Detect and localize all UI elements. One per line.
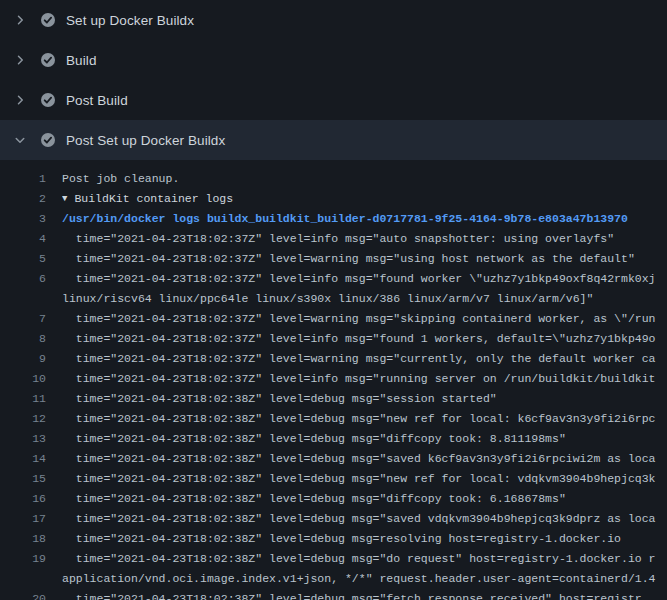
log-line: 8 time="2021-04-23T18:02:37Z" level=info… — [0, 329, 667, 349]
log-text: time="2021-04-23T18:02:38Z" level=debug … — [62, 489, 667, 509]
log-line: 5 time="2021-04-23T18:02:37Z" level=warn… — [0, 249, 667, 269]
log-text: application/vnd.oci.image.index.v1+json,… — [62, 569, 667, 589]
log-text: time="2021-04-23T18:02:38Z" level=debug … — [62, 529, 667, 549]
chevron-right-icon — [12, 92, 28, 108]
log-line-number[interactable]: 1 — [0, 169, 46, 189]
log-lines: 1Post job cleanup.2▼BuildKit container l… — [0, 160, 667, 600]
log-line-number[interactable]: 7 — [0, 309, 46, 329]
log-line: 13 time="2021-04-23T18:02:38Z" level=deb… — [0, 429, 667, 449]
log-line: 18 time="2021-04-23T18:02:38Z" level=deb… — [0, 529, 667, 549]
log-line: linux/riscv64 linux/ppc64le linux/s390x … — [0, 289, 667, 309]
log-line-number[interactable]: 13 — [0, 429, 46, 449]
log-line-number[interactable]: 5 — [0, 249, 46, 269]
log-text: time="2021-04-23T18:02:37Z" level=warnin… — [62, 249, 667, 269]
log-text: time="2021-04-23T18:02:37Z" level=warnin… — [62, 349, 667, 369]
group-expander-icon[interactable]: ▼ — [62, 189, 67, 209]
check-circle-icon — [40, 92, 56, 108]
log-line: 16 time="2021-04-23T18:02:38Z" level=deb… — [0, 489, 667, 509]
log-line-number[interactable]: 4 — [0, 229, 46, 249]
log-text: time="2021-04-23T18:02:38Z" level=debug … — [62, 449, 667, 469]
log-line-number[interactable]: 18 — [0, 529, 46, 549]
log-line-number[interactable]: 2 — [0, 189, 46, 209]
section-header-post-build[interactable]: Post Build — [0, 80, 667, 120]
log-text: time="2021-04-23T18:02:38Z" level=debug … — [62, 409, 667, 429]
chevron-right-icon — [12, 12, 28, 28]
log-line-number[interactable]: 3 — [0, 209, 46, 229]
log-text: time="2021-04-23T18:02:38Z" level=debug … — [62, 509, 667, 529]
log-line-number[interactable]: 14 — [0, 449, 46, 469]
log-line-number[interactable]: 6 — [0, 269, 46, 289]
workflow-log-viewer: Set up Docker Buildx Build Post Build Po… — [0, 0, 667, 600]
log-line: 3/usr/bin/docker logs buildx_buildkit_bu… — [0, 209, 667, 229]
section-label: Post Build — [66, 93, 128, 108]
check-circle-icon — [40, 52, 56, 68]
log-line: 1Post job cleanup. — [0, 169, 667, 189]
section-label: Post Set up Docker Buildx — [66, 133, 225, 148]
log-line: 9 time="2021-04-23T18:02:37Z" level=warn… — [0, 349, 667, 369]
log-text: time="2021-04-23T18:02:37Z" level=warnin… — [62, 309, 667, 329]
log-line: 12 time="2021-04-23T18:02:38Z" level=deb… — [0, 409, 667, 429]
log-text: time="2021-04-23T18:02:37Z" level=info m… — [62, 329, 667, 349]
section-label: Set up Docker Buildx — [66, 13, 194, 28]
section-header-build[interactable]: Build — [0, 40, 667, 80]
log-line-number[interactable]: 16 — [0, 489, 46, 509]
log-line-number[interactable]: 9 — [0, 349, 46, 369]
log-text: time="2021-04-23T18:02:37Z" level=info m… — [62, 369, 667, 389]
log-line: 6 time="2021-04-23T18:02:37Z" level=info… — [0, 269, 667, 289]
log-text: time="2021-04-23T18:02:38Z" level=debug … — [62, 469, 667, 489]
chevron-right-icon — [12, 52, 28, 68]
log-line-number[interactable]: 20 — [0, 589, 46, 600]
log-command-text: /usr/bin/docker logs buildx_buildkit_bui… — [62, 209, 667, 229]
log-line: 20 time="2021-04-23T18:02:38Z" level=deb… — [0, 589, 667, 600]
log-line-number — [0, 569, 46, 589]
log-text: time="2021-04-23T18:02:38Z" level=debug … — [62, 429, 667, 449]
log-line: 15 time="2021-04-23T18:02:38Z" level=deb… — [0, 469, 667, 489]
section-header-post-set-up-docker-buildx[interactable]: Post Set up Docker Buildx — [0, 120, 667, 160]
log-line-number[interactable]: 8 — [0, 329, 46, 349]
log-line: 10 time="2021-04-23T18:02:37Z" level=inf… — [0, 369, 667, 389]
log-line: 14 time="2021-04-23T18:02:38Z" level=deb… — [0, 449, 667, 469]
log-line: 4 time="2021-04-23T18:02:37Z" level=info… — [0, 229, 667, 249]
log-line: 17 time="2021-04-23T18:02:38Z" level=deb… — [0, 509, 667, 529]
log-text: time="2021-04-23T18:02:37Z" level=info m… — [62, 269, 667, 289]
section-label: Build — [66, 53, 97, 68]
log-line: 7 time="2021-04-23T18:02:37Z" level=warn… — [0, 309, 667, 329]
log-text: Post job cleanup. — [62, 169, 667, 189]
log-line: 19 time="2021-04-23T18:02:38Z" level=deb… — [0, 549, 667, 569]
log-line-number[interactable]: 19 — [0, 549, 46, 569]
log-text: time="2021-04-23T18:02:38Z" level=debug … — [62, 549, 667, 569]
log-text: time="2021-04-23T18:02:38Z" level=debug … — [62, 389, 667, 409]
log-text: time="2021-04-23T18:02:37Z" level=info m… — [62, 229, 667, 249]
section-header-set-up-docker-buildx[interactable]: Set up Docker Buildx — [0, 0, 667, 40]
log-line: application/vnd.oci.image.index.v1+json,… — [0, 569, 667, 589]
log-line-number[interactable]: 11 — [0, 389, 46, 409]
check-circle-icon — [40, 12, 56, 28]
log-line[interactable]: 2▼BuildKit container logs — [0, 189, 667, 209]
chevron-down-icon — [12, 132, 28, 148]
log-text: time="2021-04-23T18:02:38Z" level=debug … — [62, 589, 667, 600]
log-line-number[interactable]: 12 — [0, 409, 46, 429]
check-circle-icon — [40, 132, 56, 148]
log-line-number[interactable]: 10 — [0, 369, 46, 389]
log-line-number — [0, 289, 46, 309]
log-line-number[interactable]: 15 — [0, 469, 46, 489]
log-line: 11 time="2021-04-23T18:02:38Z" level=deb… — [0, 389, 667, 409]
log-text: linux/riscv64 linux/ppc64le linux/s390x … — [62, 289, 667, 309]
log-text: ▼BuildKit container logs — [62, 189, 667, 209]
log-line-number[interactable]: 17 — [0, 509, 46, 529]
